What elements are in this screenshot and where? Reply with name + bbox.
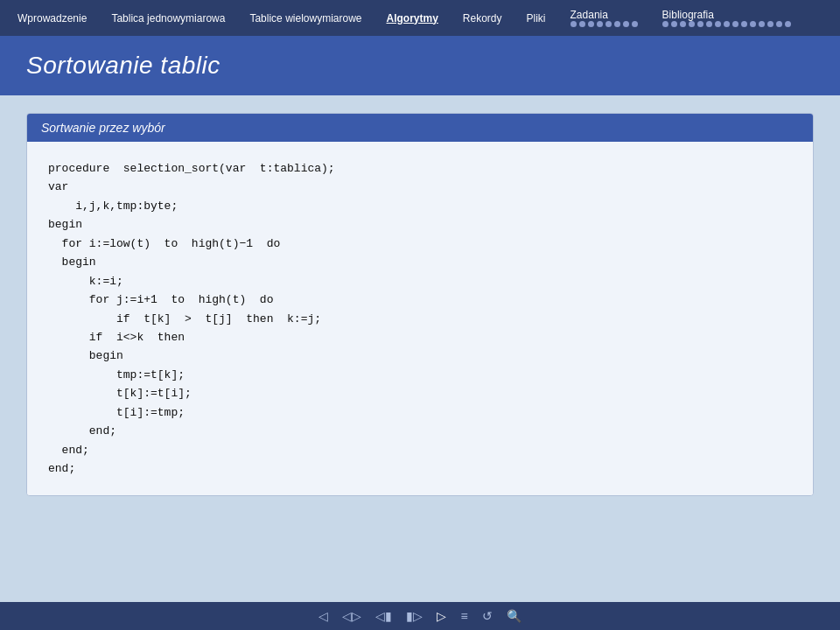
nav-dot <box>759 21 765 27</box>
nav-item-algorytmy[interactable]: Algorytmy <box>382 10 441 26</box>
nav-dot <box>776 21 782 27</box>
nav-dots-bibliografia <box>662 21 791 27</box>
nav-dot <box>680 21 686 27</box>
main-content: Sortwanie przez wybór procedure selectio… <box>0 95 840 514</box>
nav-item-bibliografia[interactable]: Bibliografia <box>659 7 794 29</box>
nav-next-icon[interactable]: ▷ <box>433 607 450 625</box>
nav-prev-alt-icon[interactable]: ◁▮ <box>372 607 396 625</box>
nav-dot <box>741 21 747 27</box>
nav-dot <box>614 21 620 27</box>
page-title: Sortowanie tablic <box>26 52 814 80</box>
nav-dot <box>689 21 695 27</box>
nav-dot <box>706 21 712 27</box>
nav-first-icon[interactable]: ◁ <box>315 607 332 625</box>
nav-next-alt-icon[interactable]: ▮▷ <box>402 607 426 625</box>
nav-dot <box>588 21 594 27</box>
nav-dots-zadania <box>570 21 638 27</box>
bottom-navbar: ◁ ◁▷ ◁▮ ▮▷ ▷ ≡ ↺ 🔍 <box>0 602 840 630</box>
nav-dot <box>623 21 629 27</box>
nav-item-zadania[interactable]: Zadania <box>567 7 641 29</box>
nav-menu-icon[interactable]: ≡ <box>457 607 471 625</box>
nav-dot <box>715 21 721 27</box>
nav-dot <box>697 21 704 27</box>
code-card: Sortwanie przez wybór procedure selectio… <box>26 113 814 496</box>
nav-item-pliki[interactable]: Pliki <box>523 10 550 26</box>
nav-dot <box>785 21 791 27</box>
nav-refresh-icon[interactable]: ↺ <box>479 607 496 625</box>
nav-dot <box>662 21 668 27</box>
nav-dot <box>767 21 774 27</box>
nav-dot <box>606 21 612 27</box>
code-card-body: procedure selection_sort(var t:tablica);… <box>27 142 813 495</box>
nav-dot <box>671 21 677 27</box>
nav-prev-icon[interactable]: ◁▷ <box>339 607 365 625</box>
nav-item-tablica1[interactable]: Tablica jednowymiarowa <box>108 10 228 26</box>
code-block: procedure selection_sort(var t:tablica);… <box>48 159 792 478</box>
nav-item-wprowadzenie[interactable]: Wprowadzenie <box>14 10 90 26</box>
nav-item-rekordy[interactable]: Rekordy <box>459 10 506 26</box>
nav-items-list: Wprowadzenie Tablica jednowymiarowa Tabl… <box>14 7 794 29</box>
top-navbar: Wprowadzenie Tablica jednowymiarowa Tabl… <box>0 0 840 36</box>
nav-dot <box>724 21 730 27</box>
code-card-header: Sortwanie przez wybór <box>27 114 813 142</box>
nav-dot <box>750 21 756 27</box>
page-header: Sortowanie tablic <box>0 36 840 95</box>
nav-dot <box>570 21 577 27</box>
nav-dot <box>732 21 738 27</box>
nav-dot <box>579 21 585 27</box>
nav-dot <box>632 21 638 27</box>
nav-item-tablice-wiel[interactable]: Tablice wielowymiarowe <box>246 10 365 26</box>
nav-search-icon[interactable]: 🔍 <box>503 607 525 625</box>
nav-dot <box>597 21 603 27</box>
